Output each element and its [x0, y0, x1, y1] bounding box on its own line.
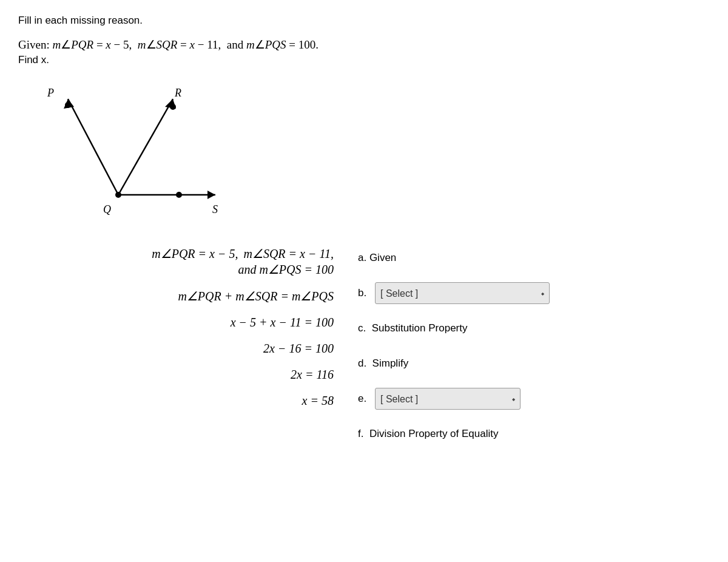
- line-qr: [118, 99, 173, 195]
- line-qp: [68, 99, 118, 195]
- step-a-line2: and m∠PQS = 100: [238, 262, 334, 277]
- reason-b-select[interactable]: [ Select ] Angle Addition Postulate Defi…: [375, 282, 550, 304]
- instruction: Fill in each missing reason.: [18, 15, 710, 27]
- dot-p: [65, 102, 71, 108]
- step-f-math: x = 58: [18, 394, 358, 408]
- reason-b-label: b.: [358, 287, 369, 299]
- reason-d-text: d. Simplify: [358, 357, 408, 370]
- diagram-svg: P R Q S: [30, 73, 261, 225]
- step-c-expr: x − 5 + x − 11 = 100: [231, 316, 334, 330]
- step-b-expr: m∠PQR + m∠SQR = m∠PQS: [178, 289, 334, 303]
- step-a-line1: m∠PQR = x − 5, m∠SQR = x − 11,: [152, 246, 334, 261]
- point-s-label: S: [212, 203, 218, 215]
- reason-f: f. Division Property of Equality: [358, 422, 613, 445]
- arrow-s: [207, 191, 215, 199]
- reason-a-label: a. Given: [358, 252, 396, 264]
- step-e-expr: 2x = 116: [291, 368, 334, 382]
- reason-a: a. Given: [358, 246, 613, 269]
- step-b-math: m∠PQR + m∠SQR = m∠PQS: [18, 289, 358, 303]
- step-a-math: m∠PQR = x − 5, m∠SQR = x − 11, and m∠PQS…: [18, 246, 358, 277]
- dot-r: [170, 104, 176, 110]
- point-r-label: R: [174, 87, 181, 99]
- find-text: Find x.: [18, 54, 710, 66]
- given-text: Given: m∠PQR = x − 5, m∠SQR = x − 11, an…: [18, 38, 710, 52]
- reason-b-select-wrapper[interactable]: [ Select ] Angle Addition Postulate Defi…: [375, 282, 550, 304]
- reason-e-label: e.: [358, 393, 369, 405]
- reason-c: c. Substitution Property: [358, 317, 613, 340]
- reason-d: d. Simplify: [358, 352, 613, 375]
- reason-c-text: c. Substitution Property: [358, 322, 467, 334]
- step-d-expr: 2x − 16 = 100: [263, 342, 334, 356]
- reasons-column: a. Given b. [ Select ] Angle Addition Po…: [358, 246, 613, 445]
- reason-e-select-wrapper[interactable]: [ Select ] Addition Property of Equality…: [375, 388, 521, 410]
- reason-f-text: f. Division Property of Equality: [358, 428, 498, 440]
- point-q-label: Q: [103, 203, 111, 215]
- math-steps-column: m∠PQR = x − 5, m∠SQR = x − 11, and m∠PQS…: [18, 246, 358, 408]
- reason-e-select[interactable]: [ Select ] Addition Property of Equality…: [375, 388, 521, 410]
- dot-q: [115, 192, 121, 198]
- step-f-expr: x = 58: [302, 394, 334, 408]
- reason-e: e. [ Select ] Addition Property of Equal…: [358, 387, 613, 410]
- step-e-math: 2x = 116: [18, 368, 358, 382]
- dot-s: [176, 192, 182, 198]
- reason-b: b. [ Select ] Angle Addition Postulate D…: [358, 282, 613, 305]
- proof-section: m∠PQR = x − 5, m∠SQR = x − 11, and m∠PQS…: [18, 246, 710, 445]
- geometry-diagram: P R Q S: [30, 73, 710, 228]
- step-d-math: 2x − 16 = 100: [18, 342, 358, 356]
- point-p-label: P: [47, 87, 54, 99]
- step-c-math: x − 5 + x − 11 = 100: [18, 316, 358, 330]
